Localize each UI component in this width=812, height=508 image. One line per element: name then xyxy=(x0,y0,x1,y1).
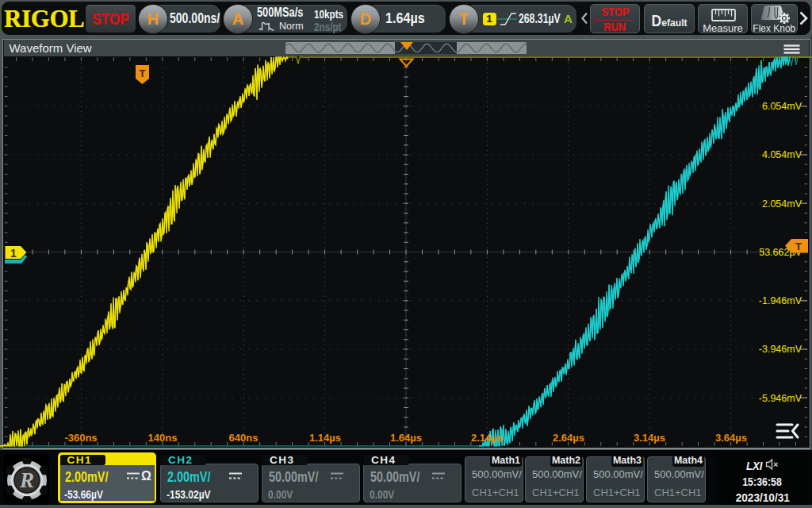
svg-text:R: R xyxy=(19,468,34,492)
svg-text:2.14µs: 2.14µs xyxy=(471,432,503,444)
svg-text:2.64µs: 2.64µs xyxy=(553,432,584,444)
svg-text:6.054mV: 6.054mV xyxy=(762,101,802,112)
svg-text:640ns: 640ns xyxy=(229,432,259,444)
svg-text:4.054mV: 4.054mV xyxy=(762,149,802,160)
svg-text:1.14µs: 1.14µs xyxy=(309,432,341,444)
svg-text:3.64µs: 3.64µs xyxy=(715,432,747,444)
svg-text:-360ns: -360ns xyxy=(64,432,97,444)
svg-text:3.14µs: 3.14µs xyxy=(634,432,665,444)
svg-text:-1.946mV: -1.946mV xyxy=(759,295,802,306)
svg-text:T: T xyxy=(140,67,146,79)
svg-text:1: 1 xyxy=(10,247,17,260)
svg-text:T: T xyxy=(795,241,802,252)
svg-text:-5.946mV: -5.946mV xyxy=(759,393,802,404)
svg-text:1.64µs: 1.64µs xyxy=(390,432,422,444)
svg-text:-3.946mV: -3.946mV xyxy=(759,344,802,355)
svg-text:140ns: 140ns xyxy=(148,432,178,444)
svg-text:2.054mV: 2.054mV xyxy=(762,198,802,210)
